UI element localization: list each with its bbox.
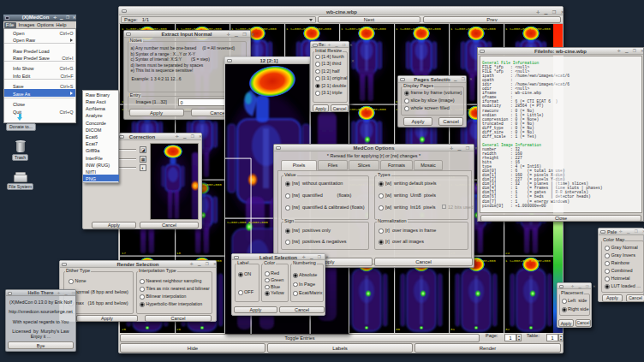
svg-text:31: 31 (450, 328, 456, 331)
svg-text:S+00e+000 B+00e+000: S+00e+000 B+00e+000 (227, 221, 268, 224)
svg-text:32: 32 (505, 328, 510, 331)
svg-text:24: 24 (505, 252, 510, 255)
svg-text:1 S+00e+000 B+00e+000: 1 S+00e+000 B+00e+000 (505, 27, 551, 31)
svg-text:1 S+00e+000 B+00e+000: 1 S+00e+000 B+00e+000 (341, 27, 386, 31)
svg-text:18: 18 (176, 252, 182, 255)
svg-text:26: 26 (176, 328, 182, 331)
svg-text:17: 17 (122, 252, 127, 255)
svg-text:1 S+00e+000 B+00e+000: 1 S+00e+000 B+00e+000 (450, 27, 496, 31)
svg-text:1 S+00e+000 B+00e+000: 1 S+00e+000 B+00e+000 (396, 27, 441, 31)
svg-text:30: 30 (396, 328, 401, 331)
svg-text:25: 25 (122, 328, 127, 331)
svg-text:1 S+00e+000 B+00e+000: 1 S+00e+000 B+00e+000 (286, 27, 331, 31)
svg-text:1 S+00e+000 B+00e+000: 1 S+00e+000 B+00e+000 (505, 259, 551, 263)
